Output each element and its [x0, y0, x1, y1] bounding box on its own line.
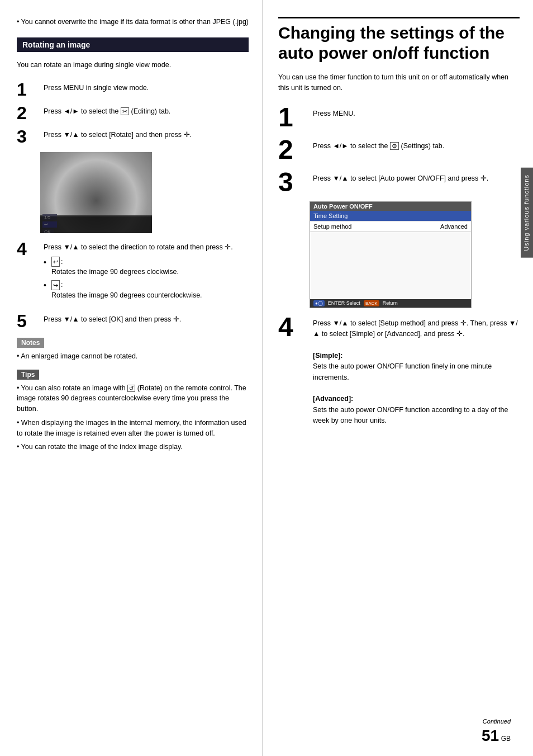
- page-title: Changing the settings of the auto power …: [278, 17, 520, 63]
- note-1: • An enlarged image cannot be rotated.: [17, 351, 249, 362]
- right-step-3: 3 Press ▼/▲ to select [Auto power ON/OFF…: [278, 169, 520, 196]
- tips-box: Tips • You can also rotate an image with…: [17, 370, 249, 453]
- right-step-2-content: Press ◄/► to select the ⚙ (Settings) tab…: [313, 136, 520, 152]
- rotating-intro: You can rotate an image during single vi…: [17, 60, 249, 70]
- step-1-content: Press MENU in single view mode.: [44, 81, 249, 93]
- menu-header: Auto Power ON/OFF: [310, 202, 471, 211]
- advanced-desc: Sets the auto power ON/OFF function acco…: [313, 406, 508, 424]
- menu-screenshot: Auto Power ON/OFF Time Setting Setup met…: [310, 201, 472, 308]
- rotating-section-header: Rotating an image: [17, 37, 249, 52]
- rotate-image-preview: 1/5 ↩ OK: [40, 152, 152, 233]
- page-bottom: Continued 51 GB: [482, 718, 511, 745]
- step-3-num: 3: [17, 127, 40, 145]
- menu-row-setup: Setup method Advanced: [310, 221, 471, 232]
- tips-list: • You can also rotate an image with ↺ (R…: [17, 383, 249, 453]
- right-step-1-content: Press MENU.: [313, 104, 520, 119]
- tips-header: Tips: [17, 370, 39, 380]
- step-2-content: Press ◄/► to select the ✂ (Editing) tab.: [44, 104, 249, 117]
- right-step-2-num: 2: [278, 136, 310, 163]
- right-step-4-content: Press ▼/▲ to select [Setup method] and p…: [313, 314, 520, 427]
- right-step-1-num: 1: [278, 104, 310, 131]
- tip-3: • You can rotate the image of the index …: [17, 442, 249, 452]
- rotate-ccw-item: • ↪: Rotates the image 90 degrees counte…: [44, 280, 249, 301]
- step-4-num: 4: [17, 240, 40, 258]
- page-suffix: GB: [501, 735, 511, 743]
- right-step-4-num: 4: [278, 314, 310, 341]
- right-step-3-num: 3: [278, 169, 310, 196]
- notes-list: • An enlarged image cannot be rotated.: [17, 351, 249, 362]
- page-container: • You cannot overwrite the image if its …: [0, 0, 533, 756]
- page-number: 51: [482, 727, 499, 744]
- step-3-content: Press ▼/▲ to select [Rotate] and then pr…: [44, 127, 249, 140]
- footer-enter-label: ENTER Select: [328, 300, 360, 306]
- notes-header: Notes: [17, 338, 44, 348]
- step-3: 3 Press ▼/▲ to select [Rotate] and then …: [17, 127, 249, 145]
- rotate-ccw-icon: ↪: [51, 280, 60, 291]
- tip-2: • When displaying the images in the inte…: [17, 418, 249, 439]
- step-5: 5 Press ▼/▲ to select [OK] and then pres…: [17, 312, 249, 330]
- simple-desc: Sets the auto power ON/OFF function fine…: [313, 362, 492, 381]
- notes-box: Notes • An enlarged image cannot be rota…: [17, 338, 249, 362]
- footer-back-label: Return: [383, 300, 398, 306]
- rotate-cw-icon: ↩: [51, 257, 60, 267]
- step-2-num: 2: [17, 104, 40, 122]
- advanced-label: [Advanced]:: [313, 395, 353, 403]
- top-note: • You cannot overwrite the image if its …: [17, 17, 249, 27]
- right-column: Changing the settings of the auto power …: [263, 0, 533, 756]
- side-tab: Using various functions: [521, 168, 533, 258]
- menu-row-time: Time Setting: [310, 211, 471, 221]
- step-2: 2 Press ◄/► to select the ✂ (Editing) ta…: [17, 104, 249, 122]
- menu-footer: ●◯ ENTER Select BACK Return: [310, 299, 471, 308]
- right-step-4: 4 Press ▼/▲ to select [Setup method] and…: [278, 314, 520, 427]
- right-step-3-content: Press ▼/▲ to select [Auto power ON/OFF] …: [313, 169, 520, 184]
- tip-1: • You can also rotate an image with ↺ (R…: [17, 383, 249, 414]
- left-column: • You cannot overwrite the image if its …: [0, 0, 263, 756]
- rotate-cw-item: • ↩: Rotates the image 90 degrees clockw…: [44, 257, 249, 278]
- menu-body-empty: [310, 232, 471, 299]
- step-1-num: 1: [17, 81, 40, 98]
- right-step-2: 2 Press ◄/► to select the ⚙ (Settings) t…: [278, 136, 520, 163]
- step-1: 1 Press MENU in single view mode.: [17, 81, 249, 98]
- simple-label: [Simple]:: [313, 352, 342, 360]
- step-5-content: Press ▼/▲ to select [OK] and then press …: [44, 312, 249, 325]
- step-4: 4 Press ▼/▲ to select the direction to r…: [17, 240, 249, 306]
- right-step-1: 1 Press MENU.: [278, 104, 520, 131]
- right-intro: You can use the timer function to turn t…: [278, 72, 520, 94]
- footer-back-btn: BACK: [364, 300, 379, 306]
- step-5-num: 5: [17, 312, 40, 330]
- step-4-content: Press ▼/▲ to select the direction to rot…: [44, 240, 249, 306]
- footer-enter-btn: ●◯: [313, 300, 325, 306]
- continued-label: Continued: [482, 718, 511, 725]
